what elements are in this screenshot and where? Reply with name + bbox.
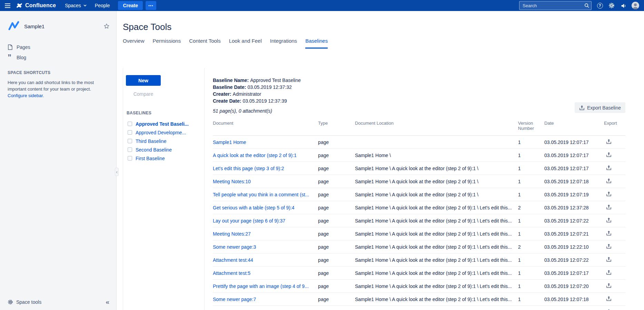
search-input[interactable]	[519, 1, 592, 10]
export-cell	[604, 136, 625, 149]
document-link[interactable]: Lay out your page (step 6 of 9):37	[213, 218, 285, 224]
date-cell: 03.05.2019 12:22:10	[544, 240, 604, 254]
baseline-link[interactable]: Approved Test Baseli...	[136, 121, 189, 127]
document-link[interactable]: Some newer page:3	[213, 244, 256, 250]
export-cell	[604, 293, 625, 306]
app-switcher-button[interactable]	[4, 3, 11, 9]
help-icon[interactable]: ?	[596, 2, 603, 9]
sidebar-item-pages[interactable]: Pages	[0, 42, 116, 52]
chevron-down-icon	[83, 4, 87, 7]
document-link[interactable]: Meeting Notes:27	[213, 231, 251, 237]
type-cell: page	[318, 267, 355, 280]
document-link[interactable]: Sample1 Home	[213, 140, 246, 145]
sidebar-item-blog[interactable]: ” Blog	[0, 52, 116, 63]
nav-spaces[interactable]: Spaces	[65, 3, 87, 8]
nav-people[interactable]: People	[95, 3, 110, 8]
row-export-icon[interactable]	[604, 178, 612, 184]
tab-integrations[interactable]: Integrations	[270, 38, 297, 49]
baseline-link[interactable]: First Baseline	[136, 156, 165, 161]
row-export-icon[interactable]	[604, 204, 612, 210]
document-link[interactable]: Get serious with a table (step 5 of 9):4	[213, 205, 295, 210]
date-cell: 03.05.2019 12:07:19	[544, 188, 604, 201]
version-cell: 1	[518, 149, 544, 162]
space-logo[interactable]	[8, 20, 20, 32]
version-cell: 1	[518, 293, 544, 306]
tab-content-tools[interactable]: Content Tools	[189, 38, 220, 49]
row-export-icon[interactable]	[604, 165, 612, 170]
search-icon[interactable]	[584, 3, 589, 9]
document-location-cell: Sample1 Home \ A quick look at the edito…	[355, 175, 518, 188]
document-link[interactable]: Some newer page:7	[213, 297, 256, 302]
compare-button[interactable]: Compare	[126, 91, 161, 97]
tab-baselines[interactable]: Baselines	[305, 38, 328, 49]
space-nav: Pages ” Blog	[0, 42, 116, 63]
sidebar-resize-handle[interactable]: ‹	[115, 168, 119, 176]
row-export-icon[interactable]	[604, 244, 612, 249]
baseline-link[interactable]: Third Baseline	[136, 138, 167, 144]
row-export-icon[interactable]	[604, 217, 612, 223]
create-button[interactable]: Create	[118, 1, 143, 10]
row-export-icon[interactable]	[604, 270, 612, 275]
row-export-icon[interactable]	[604, 152, 612, 157]
version-cell: 1	[518, 188, 544, 201]
more-button[interactable]: •••	[146, 1, 156, 10]
type-cell: page	[318, 149, 355, 162]
type-cell: page	[318, 240, 355, 254]
configure-sidebar-link[interactable]: Configure sidebar.	[8, 93, 44, 98]
baseline-checkbox[interactable]	[128, 139, 132, 143]
type-cell: page	[318, 227, 355, 240]
new-baseline-button[interactable]: New	[126, 75, 161, 86]
row-export-icon[interactable]	[604, 139, 612, 144]
type-cell: page	[318, 162, 355, 175]
document-link[interactable]: Prettify the page with an image (step 4 …	[213, 283, 309, 289]
row-export-icon[interactable]	[604, 296, 612, 301]
document-link[interactable]: Meeting Notes:10	[213, 179, 251, 184]
confluence-home-link[interactable]: Confluence	[16, 2, 56, 9]
space-name[interactable]: Sample1	[24, 23, 44, 29]
baseline-info-line: Creater: Administrator	[213, 91, 625, 97]
tab-look-and-feel[interactable]: Look and Feel	[229, 38, 262, 49]
document-link[interactable]: Attachment test:5	[213, 270, 250, 276]
baseline-checkbox[interactable]	[128, 130, 132, 135]
baseline-checkbox[interactable]	[128, 147, 132, 152]
date-cell: 03.05.2019 12:07:22	[544, 306, 604, 310]
space-tools-label[interactable]: Space tools	[16, 299, 41, 305]
baseline-checkbox[interactable]	[128, 156, 132, 161]
row-export-icon[interactable]	[604, 283, 612, 288]
baseline-list-item: Approved Test Baseli...	[126, 120, 204, 128]
tab-overview[interactable]: Overview	[123, 38, 145, 49]
tab-permissions[interactable]: Permissions	[153, 38, 181, 49]
pages-icon	[8, 44, 13, 50]
document-link[interactable]: Attachment test:44	[213, 257, 253, 263]
export-baseline-button[interactable]: Export Baseline	[575, 102, 625, 113]
export-baseline-label: Export Baseline	[587, 105, 621, 111]
user-avatar[interactable]	[632, 2, 639, 9]
export-cell	[604, 149, 625, 162]
notifications-icon[interactable]	[620, 2, 627, 9]
export-icon	[579, 105, 585, 111]
baseline-info-line: Baseline Date: 03.05.2019 12:37:32	[213, 84, 625, 91]
star-icon[interactable]	[104, 23, 109, 29]
export-cell	[604, 240, 625, 254]
baseline-link[interactable]: Second Baseline	[136, 147, 172, 153]
export-cell	[604, 267, 625, 280]
row-export-icon[interactable]	[604, 230, 612, 236]
document-link[interactable]: A quick look at the editor (step 2 of 9)…	[213, 153, 297, 158]
settings-gear-icon[interactable]	[608, 2, 615, 9]
export-cell	[604, 188, 625, 201]
space-shortcuts-text: Here you can add shortcut links to the m…	[8, 79, 104, 99]
space-tools-gear-icon[interactable]	[8, 299, 13, 305]
table-row: Tell people what you think in a comment …	[213, 188, 625, 201]
row-export-icon[interactable]	[604, 191, 612, 197]
document-link[interactable]: Let's edit this page (step 3 of 9):2	[213, 166, 284, 171]
document-location-cell: Sample1 Home \ A quick look at the edito…	[355, 280, 518, 293]
baseline-checkbox[interactable]	[128, 122, 132, 126]
collapse-sidebar-icon[interactable]: «	[106, 299, 109, 305]
version-cell: 1	[518, 227, 544, 240]
document-link[interactable]: Tell people what you think in a comment …	[213, 192, 309, 197]
table-row: Attachment test:5pageSample1 Home \ A qu…	[213, 267, 625, 280]
row-export-icon[interactable]	[604, 257, 612, 262]
sidebar-item-pages-label: Pages	[17, 44, 30, 50]
baseline-link[interactable]: Approved Developme...	[136, 130, 186, 135]
baseline-list-item: Approved Developme...	[126, 128, 204, 137]
